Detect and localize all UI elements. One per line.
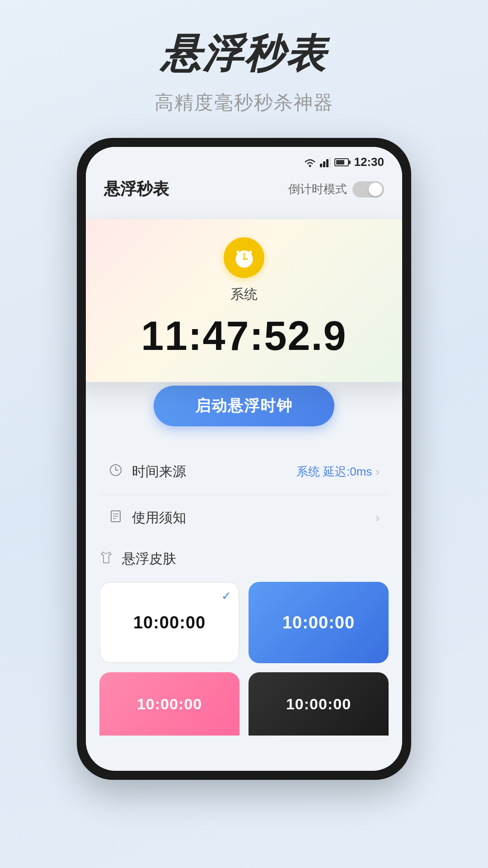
time-source-label: 时间来源	[132, 462, 186, 481]
phone-mockup: 12:30 悬浮秒表 倒计时模式	[77, 138, 411, 780]
menu-right-time: 系统 延迟:0ms ›	[296, 464, 380, 480]
status-icons	[304, 157, 349, 167]
widget-icon-container	[95, 237, 393, 278]
status-bar: 12:30	[86, 147, 402, 174]
skin-light-time: 10:00:00	[133, 613, 206, 632]
battery-icon	[334, 158, 349, 166]
svg-rect-2	[323, 161, 325, 167]
skin-card-light[interactable]: ✓ 10:00:00	[99, 582, 239, 663]
floating-widget: 系统 11:47:52.9	[86, 219, 402, 382]
svg-point-0	[309, 165, 311, 167]
skin-selected-check: ✓	[221, 589, 231, 603]
toggle-switch[interactable]	[352, 181, 384, 198]
svg-rect-1	[320, 164, 322, 167]
clock-menu-icon	[108, 463, 123, 480]
wifi-icon	[304, 157, 316, 167]
skin-grid: ✓ 10:00:00 10:00:00	[99, 582, 389, 663]
menu-left-usage: 使用须知	[108, 509, 186, 527]
skin-section: 悬浮皮肤 ✓ 10:00:00 10:00:00	[86, 541, 402, 736]
alarm-clock-icon	[232, 245, 257, 270]
time-source-chevron: ›	[375, 465, 380, 479]
menu-item-usage-notice[interactable]: 使用须知 ›	[99, 495, 389, 541]
menu-section: 时间来源 系统 延迟:0ms ›	[86, 449, 402, 541]
clock-icon-circle	[224, 237, 264, 278]
time-source-value: 系统 延迟:0ms	[296, 464, 372, 480]
page-background: 悬浮秒表 高精度毫秒秒杀神器	[0, 0, 488, 780]
skin-grid-row2: 10:00:00 10:00:00	[99, 672, 389, 736]
phone-screen: 12:30 悬浮秒表 倒计时模式	[86, 147, 402, 771]
usage-notice-chevron: ›	[375, 511, 380, 525]
app-header: 悬浮秒表 倒计时模式	[86, 174, 402, 209]
skin-blue-time: 10:00:00	[282, 613, 355, 632]
status-time: 12:30	[354, 155, 385, 169]
usage-notice-label: 使用须知	[132, 509, 186, 527]
menu-left: 时间来源	[108, 462, 186, 481]
shirt-icon	[99, 551, 113, 567]
page-title: 悬浮秒表	[0, 0, 488, 81]
app-header-title: 悬浮秒表	[104, 178, 169, 200]
skin-card-dark[interactable]: 10:00:00	[249, 672, 389, 736]
menu-item-time-source[interactable]: 时间来源 系统 延迟:0ms ›	[99, 449, 389, 495]
page-subtitle: 高精度毫秒秒杀神器	[0, 90, 488, 115]
svg-point-10	[243, 258, 245, 260]
start-button[interactable]: 启动悬浮时钟	[154, 386, 334, 426]
toggle-knob	[369, 183, 382, 196]
skin-pink-time: 10:00:00	[137, 695, 202, 713]
widget-time-display: 11:47:52.9	[95, 313, 393, 359]
menu-right-usage: ›	[375, 511, 380, 525]
signal-icon	[320, 157, 331, 167]
svg-rect-4	[329, 157, 331, 167]
skin-card-pink[interactable]: 10:00:00	[99, 672, 239, 736]
skin-title: 悬浮皮肤	[122, 550, 176, 568]
widget-source-label: 系统	[95, 285, 393, 304]
skin-dark-time: 10:00:00	[286, 695, 351, 713]
skin-header: 悬浮皮肤	[99, 550, 389, 568]
svg-rect-3	[326, 159, 328, 167]
doc-menu-icon	[108, 509, 123, 526]
countdown-toggle[interactable]: 倒计时模式	[288, 181, 384, 198]
skin-card-blue[interactable]: 10:00:00	[249, 582, 389, 663]
countdown-label: 倒计时模式	[288, 181, 347, 197]
